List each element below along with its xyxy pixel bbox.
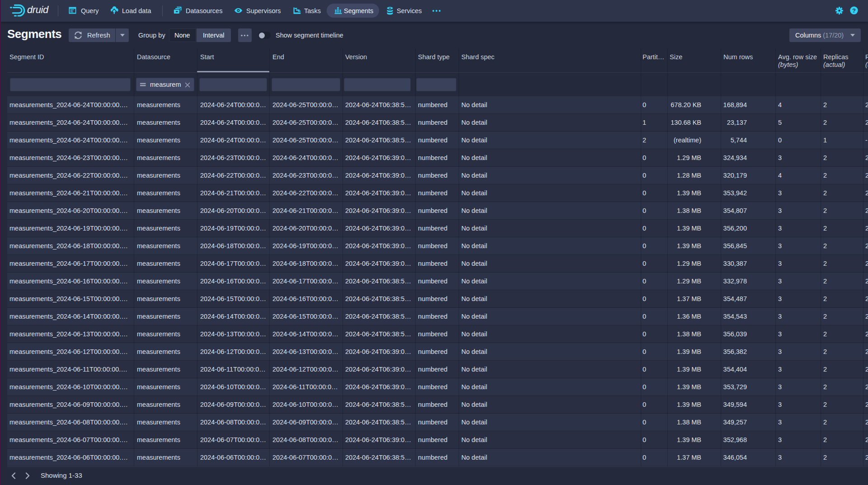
svg-text:?: ? xyxy=(852,7,856,14)
